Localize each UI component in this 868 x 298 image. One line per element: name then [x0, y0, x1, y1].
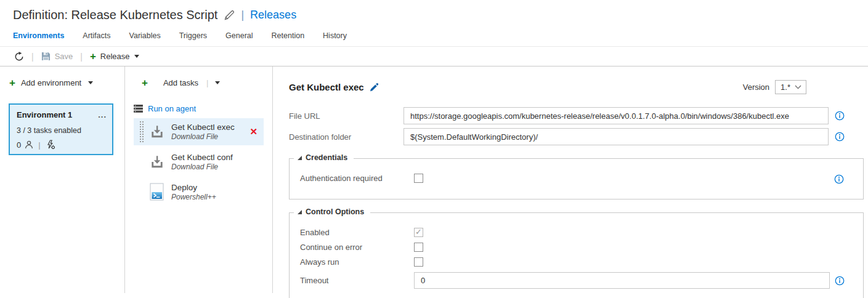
approvals-count: 0 — [17, 140, 21, 150]
always-run-checkbox[interactable] — [414, 257, 423, 267]
tab-history[interactable]: History — [323, 31, 347, 40]
always-run-row: Always run — [300, 257, 845, 267]
rename-task-pencil-icon[interactable] — [369, 83, 379, 92]
task-type: Download File — [171, 132, 247, 141]
task-detail-panel: Get Kubectl exec Version 1.* File U — [273, 66, 868, 293]
destination-folder-field-row: Destination folder — [289, 128, 868, 145]
save-button[interactable]: Save — [41, 52, 73, 61]
tab-variables[interactable]: Variables — [129, 31, 161, 40]
enabled-checkbox[interactable] — [414, 228, 423, 237]
enabled-label: Enabled — [300, 228, 414, 237]
environment-more-button[interactable]: ... — [98, 113, 107, 118]
control-options-section-toggle[interactable]: Control Options — [294, 207, 370, 216]
command-toolbar: | Save | + Release — [0, 47, 868, 66]
task-row-get-kubectl-conf[interactable]: Get Kubectl conf Download File ✕ — [134, 148, 264, 175]
task-type: Download File — [171, 163, 260, 171]
control-options-section: Control Options Enabled Continue on erro… — [289, 212, 864, 298]
chevron-down-icon — [795, 85, 801, 89]
page-header: Definition: Release Kubernetes Script | … — [0, 0, 868, 22]
collapse-triangle-icon — [298, 156, 302, 160]
credentials-section-title: Credentials — [306, 153, 347, 162]
chevron-down-icon — [134, 55, 139, 58]
version-label: Version — [743, 83, 769, 92]
trigger-settings-icon[interactable] — [46, 140, 55, 150]
task-row-get-kubectl-exec[interactable]: Get Kubectl exec Download File ✕ — [134, 118, 264, 145]
plus-icon: + — [90, 51, 96, 62]
task-list: Get Kubectl exec Download File ✕ Get Kub… — [125, 118, 272, 206]
timeout-input[interactable] — [414, 272, 830, 289]
download-file-icon — [148, 154, 166, 170]
release-button-label: Release — [100, 52, 130, 61]
save-button-label: Save — [55, 52, 73, 61]
control-options-section-title: Control Options — [306, 207, 364, 216]
release-button[interactable]: + Release — [90, 51, 139, 62]
timeout-row: Timeout — [300, 272, 845, 289]
continue-on-error-label: Continue on error — [300, 243, 414, 252]
releases-link[interactable]: Releases — [250, 9, 296, 22]
page-title: Definition: Release Kubernetes Script — [13, 8, 217, 22]
environment-tasks-summary: 3 / 3 tasks enabled — [17, 126, 107, 135]
continue-on-error-row: Continue on error — [300, 243, 845, 252]
timeout-label: Timeout — [300, 276, 414, 285]
delete-task-icon[interactable]: ✕ — [247, 126, 260, 137]
tab-retention[interactable]: Retention — [272, 31, 305, 40]
add-tasks-button[interactable]: + Add tasks — [142, 78, 198, 88]
authentication-required-label: Authentication required — [300, 174, 414, 183]
file-url-input[interactable] — [404, 107, 829, 124]
info-icon[interactable] — [835, 276, 845, 286]
agent-phase-icon — [134, 105, 143, 113]
collapse-triangle-icon — [298, 210, 302, 214]
authentication-required-row: Authentication required — [300, 174, 845, 183]
task-row-deploy[interactable]: Deploy Powershell++ ✕ — [134, 179, 264, 206]
add-tasks-label: Add tasks — [163, 78, 198, 87]
continue-on-error-checkbox[interactable] — [414, 243, 423, 252]
powershell-icon — [148, 183, 166, 201]
version-dropdown[interactable]: 1.* — [775, 80, 806, 94]
add-environment-label: Add environment — [21, 78, 81, 87]
task-title: Get Kubectl exec — [171, 123, 247, 132]
enabled-row: Enabled — [300, 228, 845, 237]
download-file-icon — [148, 124, 166, 140]
refresh-button[interactable] — [14, 52, 24, 62]
title-separator: | — [241, 9, 244, 22]
environments-panel: + Add environment Environment 1 ... 3 / … — [0, 66, 125, 293]
task-detail-title: Get Kubectl exec — [289, 82, 364, 92]
add-tasks-separator: | — [206, 78, 208, 87]
info-icon[interactable] — [835, 111, 845, 121]
destination-folder-label: Destination folder — [289, 132, 404, 142]
toolbar-separator: | — [31, 52, 34, 62]
plus-icon: + — [9, 78, 15, 88]
task-title: Get Kubectl conf — [171, 153, 260, 162]
environment-card[interactable]: Environment 1 ... 3 / 3 tasks enabled 0 … — [9, 103, 113, 155]
task-title: Deploy — [171, 183, 260, 192]
run-on-agent-phase[interactable]: Run on agent — [134, 104, 272, 113]
credentials-section-toggle[interactable]: Credentials — [294, 153, 354, 162]
run-on-agent-label: Run on agent — [148, 104, 196, 113]
plus-icon: + — [142, 78, 148, 88]
info-icon[interactable] — [835, 132, 845, 142]
credentials-section: Credentials Authentication required — [289, 158, 864, 199]
save-icon — [41, 52, 51, 61]
info-icon[interactable] — [834, 174, 844, 184]
task-type: Powershell++ — [171, 193, 260, 201]
drag-handle[interactable] — [139, 121, 144, 143]
authentication-required-checkbox[interactable] — [414, 174, 423, 183]
file-url-label: File URL — [289, 111, 404, 121]
environment-name: Environment 1 — [17, 110, 72, 119]
refresh-icon — [14, 52, 24, 62]
toolbar-separator: | — [80, 52, 83, 62]
add-tasks-dropdown-chevron-icon[interactable] — [215, 81, 220, 84]
version-value: 1.* — [781, 83, 790, 92]
destination-folder-input[interactable] — [404, 128, 829, 145]
edit-definition-pencil-icon[interactable] — [224, 10, 235, 21]
tab-triggers[interactable]: Triggers — [179, 31, 207, 40]
tab-general[interactable]: General — [225, 31, 253, 40]
tab-bar: Environments Artifacts Variables Trigger… — [0, 22, 868, 47]
tab-artifacts[interactable]: Artifacts — [83, 31, 110, 40]
add-environment-button[interactable]: + Add environment — [9, 78, 124, 88]
tab-environments[interactable]: Environments — [13, 31, 64, 40]
file-url-field-row: File URL — [289, 107, 868, 124]
always-run-label: Always run — [300, 257, 414, 267]
person-icon[interactable] — [25, 140, 33, 149]
chevron-down-icon — [88, 81, 93, 84]
